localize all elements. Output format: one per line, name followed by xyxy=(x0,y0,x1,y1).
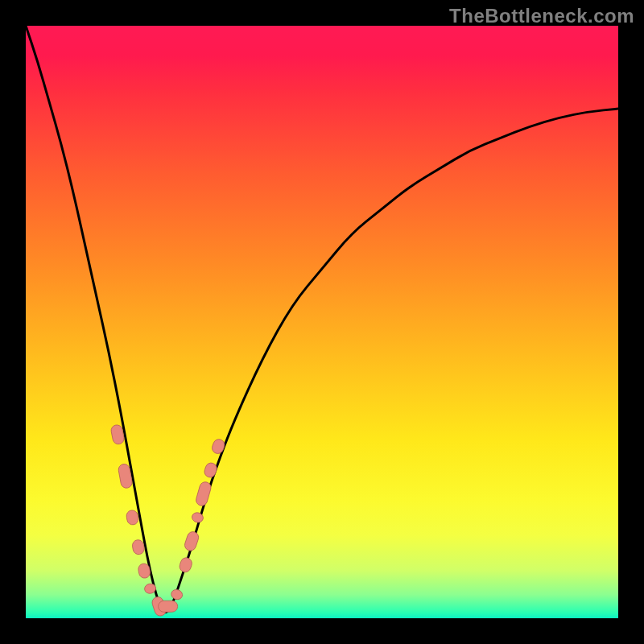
curve-marker xyxy=(178,556,193,573)
watermark-text: TheBottleneck.com xyxy=(449,5,634,27)
curve-marker xyxy=(126,510,139,526)
curve-marker xyxy=(170,588,184,601)
curve-marker xyxy=(184,530,200,552)
curve-marker xyxy=(203,461,218,478)
curve-marker xyxy=(195,481,213,507)
curve-svg xyxy=(26,26,618,618)
curve-marker xyxy=(159,601,178,612)
chart-frame: TheBottleneck.com xyxy=(0,0,644,644)
plot-area xyxy=(26,26,618,618)
curve-marker xyxy=(210,438,225,456)
curve-marker xyxy=(131,539,145,555)
bottleneck-curve xyxy=(26,26,618,613)
